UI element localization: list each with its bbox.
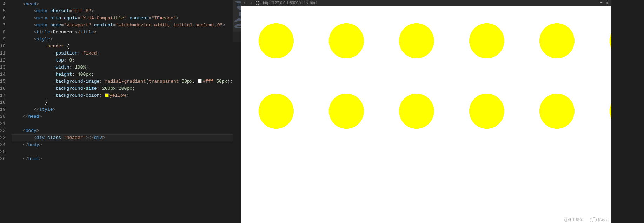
watermark-right-text: 亿速云: [598, 217, 609, 222]
code-line[interactable]: <meta name="viewport" content="width=dev…: [12, 22, 233, 29]
code-line[interactable]: </body>: [12, 141, 233, 148]
line-number: 12: [0, 57, 6, 64]
code-line[interactable]: background-image: radial-gradient(transp…: [12, 78, 233, 85]
line-number: 14: [0, 71, 6, 78]
line-number: 21: [0, 120, 6, 127]
line-number: 24: [0, 141, 6, 148]
browser-right-controls: – ✕: [600, 0, 609, 6]
close-icon[interactable]: ✕: [606, 0, 609, 6]
line-number: 22: [0, 127, 6, 134]
code-line[interactable]: [12, 148, 233, 155]
code-line[interactable]: }: [12, 99, 233, 106]
line-number: 26: [0, 155, 6, 163]
line-number-gutter: 4567891011121314151617181920212223242526: [0, 0, 12, 223]
line-number: 10: [0, 43, 6, 50]
code-line[interactable]: </style>: [12, 106, 233, 113]
code-line[interactable]: <div class="header"></div>: [12, 134, 233, 141]
code-line[interactable]: [12, 120, 233, 127]
code-line[interactable]: width: 100%;: [12, 64, 233, 71]
forward-icon[interactable]: →: [250, 1, 252, 5]
line-number: 8: [0, 29, 6, 36]
line-number: 17: [0, 92, 6, 99]
watermarks: @稀土掘金 亿速云: [564, 217, 609, 222]
code-line[interactable]: background-size: 200px 200px;: [12, 85, 233, 92]
color-swatch-icon: [105, 93, 109, 97]
line-number: 4: [0, 1, 6, 8]
browser-viewport: @稀土掘金 亿速云: [241, 6, 611, 223]
watermark-left: @稀土掘金: [564, 217, 583, 222]
code-line[interactable]: <body>: [12, 127, 233, 134]
line-number: 9: [0, 36, 6, 43]
code-area[interactable]: <head> <meta charset="UTF-8"> <meta http…: [12, 0, 233, 223]
code-line[interactable]: <meta charset="UTF-8">: [12, 8, 233, 15]
address-bar[interactable]: http://127.0.0.1:5000/index.html: [263, 1, 317, 5]
browser-toolbar: ← → http://127.0.0.1:5000/index.html – ✕: [241, 0, 611, 6]
line-number: 20: [0, 113, 6, 120]
code-line[interactable]: background-color: yellow;: [12, 92, 233, 99]
code-line[interactable]: </html>: [12, 155, 233, 163]
rendered-header: [241, 6, 611, 146]
code-line[interactable]: <style>: [12, 36, 233, 43]
line-number: 11: [0, 50, 6, 57]
line-number: 23: [0, 134, 6, 141]
code-line[interactable]: <head>: [12, 1, 233, 8]
minimap[interactable]: [233, 0, 241, 42]
code-editor-pane: 4567891011121314151617181920212223242526…: [0, 0, 241, 223]
code-line[interactable]: height: 400px;: [12, 71, 233, 78]
line-number: 25: [0, 148, 6, 155]
browser-pane: ← → http://127.0.0.1:5000/index.html – ✕…: [241, 0, 611, 223]
back-icon[interactable]: ←: [244, 1, 246, 5]
watermark-right: 亿速云: [590, 217, 609, 222]
line-number: 15: [0, 78, 6, 85]
code-line[interactable]: <meta http-equiv="X-UA-Compatible" conte…: [12, 15, 233, 22]
reload-icon[interactable]: [255, 1, 259, 5]
code-line[interactable]: top: 0;: [12, 57, 233, 64]
line-number: 16: [0, 85, 6, 92]
line-number: 6: [0, 15, 6, 22]
line-number: 18: [0, 99, 6, 106]
minimize-icon[interactable]: –: [600, 0, 603, 5]
line-number: 5: [0, 8, 6, 15]
code-line[interactable]: position: fixed;: [12, 50, 233, 57]
line-number: 7: [0, 22, 6, 29]
code-line[interactable]: <title>Document</title>: [12, 29, 233, 36]
color-swatch-icon: [198, 79, 202, 83]
code-line[interactable]: </head>: [12, 113, 233, 120]
line-number: 13: [0, 64, 6, 71]
cloud-icon: [590, 218, 597, 222]
line-number: 19: [0, 106, 6, 113]
code-line[interactable]: .header {: [12, 43, 233, 50]
